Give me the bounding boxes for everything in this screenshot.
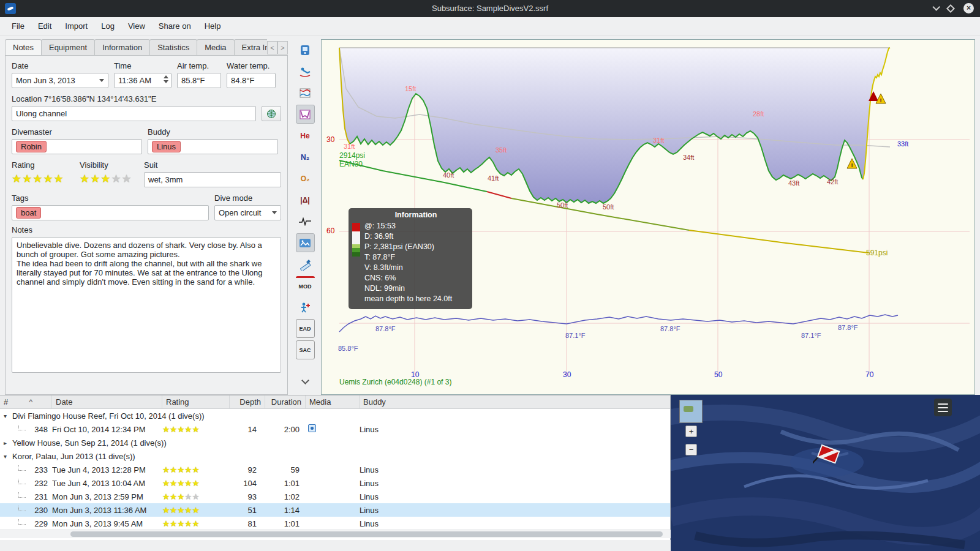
menu-share-on[interactable]: Share on	[152, 18, 198, 34]
menu-log[interactable]: Log	[94, 18, 121, 34]
header-rating[interactable]: Rating	[162, 395, 230, 408]
trip-label: Koror, Palau, Jun 2013 (11 dive(s))	[12, 452, 135, 461]
notes-textarea[interactable]: Unbelievable dive. Dozens and dozens of …	[12, 237, 281, 373]
dive-list: #^ Date Rating Depth Duration Media Budd…	[0, 395, 671, 540]
trip-row[interactable]: ▾ Divi Flamingo House Reef, Fri Oct 10, …	[0, 409, 670, 422]
airtemp-field[interactable]: 85.8°F	[177, 73, 221, 88]
tab-equipment[interactable]: Equipment	[41, 39, 95, 56]
diver-icon[interactable]	[296, 62, 315, 81]
expander-closed-icon[interactable]: ▸	[4, 440, 12, 446]
date-combobox[interactable]: Mon Jun 3, 2013	[12, 73, 108, 88]
helium-icon[interactable]: He	[296, 126, 315, 145]
trip-row[interactable]: ▸ Yellow House, Sun Sep 21, 2014 (1 dive…	[0, 436, 670, 449]
header-depth[interactable]: Depth	[230, 395, 265, 408]
tag-chip[interactable]: boat	[16, 207, 41, 219]
photos-icon[interactable]	[296, 233, 315, 252]
menu-help[interactable]: Help	[198, 18, 228, 34]
divemode-combobox[interactable]: Open circuit	[214, 205, 281, 220]
tab-statistics[interactable]: Statistics	[149, 39, 197, 56]
close-icon[interactable]: ×	[963, 3, 974, 13]
rating-stars: ★★★★★	[162, 479, 200, 488]
ceiling-icon[interactable]	[296, 83, 315, 102]
zoom-in-button[interactable]: +	[685, 425, 697, 437]
ead-icon[interactable]: EAD	[296, 319, 315, 338]
table-row[interactable]: 231 Mon Jun 3, 2013 2:59 PM ★★★★★ 93 1:0…	[0, 490, 670, 503]
divemaster-chip[interactable]: Robin	[16, 141, 47, 152]
trip-row[interactable]: ▾ Koror, Palau, Jun 2013 (11 dive(s))	[0, 449, 670, 463]
profile-graph-icon[interactable]	[296, 105, 315, 124]
tab-information[interactable]: Information	[94, 39, 150, 56]
airtemp-label: Air temp.	[177, 61, 221, 70]
tab-scroll-right-icon[interactable]: >	[277, 41, 288, 54]
notes-label: Notes	[12, 225, 281, 234]
header-number[interactable]: #^	[0, 395, 52, 408]
dive-profile-chart[interactable]: ! ! 30 60 10 30 50 70 31ft 2914psi EAN30…	[321, 39, 975, 395]
header-duration[interactable]: Duration	[265, 395, 306, 408]
table-row-selected[interactable]: 230 Mon Jun 3, 2013 11:36 AM ★★★★★ 51 1:…	[0, 503, 670, 517]
mod-icon[interactable]: MOD	[296, 276, 315, 295]
tab-scroll-left-icon[interactable]: <	[267, 41, 277, 54]
menu-view[interactable]: View	[121, 18, 152, 34]
heartrate-icon[interactable]	[296, 212, 315, 231]
rating-stars[interactable]: ★★★★★	[12, 172, 74, 186]
depth-label: 34ft	[683, 154, 694, 161]
tab-extra-info[interactable]: Extra Info	[234, 39, 267, 56]
rating-stars: ★★★★★	[162, 492, 200, 501]
menu-import[interactable]: Import	[58, 18, 94, 34]
watertemp-field[interactable]: 84.8°F	[227, 73, 276, 88]
end-pressure-label: 591psi	[866, 249, 888, 257]
media-icon[interactable]	[308, 424, 316, 432]
overview-map-thumbnail[interactable]	[679, 400, 703, 423]
expander-open-icon[interactable]: ▾	[4, 453, 12, 460]
dive-flag-marker[interactable]	[813, 443, 841, 471]
ruler-icon[interactable]	[296, 255, 315, 274]
time-axis-tick: 70	[865, 370, 873, 379]
horizontal-scrollbar[interactable]	[0, 530, 671, 538]
nitrogen-icon[interactable]: N₂	[296, 148, 315, 167]
maximize-icon[interactable]	[946, 4, 955, 12]
table-row[interactable]: 232 Tue Jun 4, 2013 10:04 AM ★★★★★ 104 1…	[0, 476, 670, 490]
menu-file[interactable]: File	[5, 18, 31, 34]
sac-colors-icon[interactable]	[296, 298, 315, 317]
delta-icon[interactable]: |Δ|	[296, 190, 315, 209]
map-menu-button[interactable]	[934, 399, 952, 416]
suit-field[interactable]: wet, 3mm	[144, 172, 281, 187]
table-row[interactable]: 233 Tue Jun 4, 2013 12:28 PM ★★★★★ 92 59…	[0, 463, 670, 476]
window-title: Subsurface: SampleDivesV2.ssrf	[0, 4, 980, 13]
spin-arrows-icon[interactable]	[164, 75, 168, 83]
scrollbar-handle[interactable]	[70, 531, 663, 537]
table-row[interactable]: 348 Fri Oct 10, 2014 12:34 PM ★★★★★ 14 2…	[0, 422, 670, 436]
divemaster-field[interactable]: Robin	[12, 139, 142, 154]
tab-media[interactable]: Media	[197, 39, 234, 56]
dive-computer-icon[interactable]	[296, 40, 315, 59]
menu-edit[interactable]: Edit	[31, 18, 58, 34]
time-spinbox[interactable]: 11:36 AM	[114, 73, 172, 88]
dive-site-map[interactable]: + −	[671, 395, 980, 551]
table-row[interactable]: 229 Mon Jun 3, 2013 9:45 AM ★★★★★ 81 1:0…	[0, 517, 670, 530]
minimize-icon[interactable]	[932, 3, 940, 11]
titlebar[interactable]: Subsurface: SampleDivesV2.ssrf ×	[0, 0, 980, 17]
visibility-stars[interactable]: ★★★★★	[80, 172, 138, 186]
header-buddy[interactable]: Buddy	[360, 395, 670, 408]
buddy-chip[interactable]: Linus	[152, 141, 181, 152]
depth-label: 43ft	[788, 179, 799, 187]
tags-field[interactable]: boat	[12, 205, 209, 220]
tree-branch-icon	[18, 506, 26, 511]
oxygen-icon[interactable]: O₂	[296, 169, 315, 188]
location-field[interactable]: Ulong channel	[12, 106, 256, 121]
header-media[interactable]: Media	[306, 395, 360, 408]
depth-axis-tick: 30	[326, 135, 334, 144]
info-tooltip[interactable]: Information @: 15:53 D: 36.9ft P: 2,381p…	[349, 208, 472, 309]
start-pressure-label: 2914psi	[339, 151, 365, 160]
sac-icon[interactable]: SAC	[296, 340, 315, 359]
toolbar-scroll-down-icon[interactable]	[296, 372, 315, 391]
trip-label: Yellow House, Sun Sep 21, 2014 (1 dive(s…	[12, 438, 167, 448]
globe-button[interactable]	[262, 106, 281, 121]
expander-open-icon[interactable]: ▾	[4, 413, 12, 419]
buddy-field[interactable]: Linus	[148, 139, 278, 154]
sort-asc-icon: ^	[29, 397, 32, 407]
header-date[interactable]: Date	[52, 395, 162, 408]
tab-notes[interactable]: Notes	[5, 39, 42, 56]
zoom-out-button[interactable]: −	[685, 444, 697, 455]
depth-label: 40ft	[443, 171, 454, 179]
